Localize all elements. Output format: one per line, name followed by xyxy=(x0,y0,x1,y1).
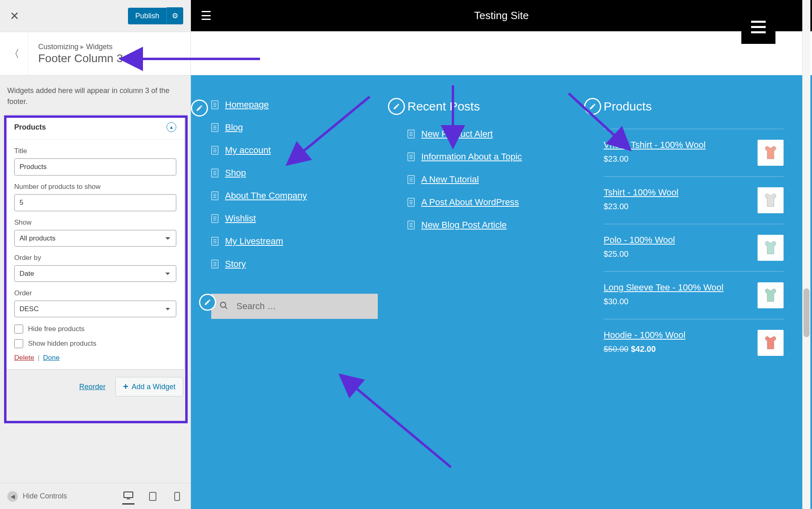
post-link[interactable]: A Post About WordPress xyxy=(421,197,519,208)
nav-link[interactable]: Shop xyxy=(225,168,246,178)
tablet-device-button[interactable] xyxy=(147,488,159,505)
post-link[interactable]: Information About a Topic xyxy=(421,152,522,162)
scrollbar-thumb[interactable] xyxy=(803,288,810,337)
svg-rect-1 xyxy=(127,498,130,499)
back-button[interactable]: 〈 xyxy=(0,32,28,75)
product-item: Tshirt - 100% Wool$23.00 xyxy=(604,176,784,224)
count-input[interactable] xyxy=(14,194,176,211)
product-price: $30.00 xyxy=(604,297,723,306)
delete-link[interactable]: Delete xyxy=(14,354,34,362)
hamburger-icon[interactable]: ☰ xyxy=(201,9,212,23)
document-icon xyxy=(211,214,219,223)
svg-rect-0 xyxy=(124,492,133,498)
breadcrumb: Customizing ▸ Widgets xyxy=(38,42,123,51)
product-thumbnail[interactable] xyxy=(758,235,784,261)
edit-widget-button[interactable] xyxy=(584,98,601,115)
count-label: Number of products to show xyxy=(14,183,176,191)
publish-button[interactable]: Publish xyxy=(128,8,167,24)
document-icon xyxy=(407,221,415,230)
document-icon xyxy=(211,191,219,200)
hide-free-checkbox[interactable] xyxy=(14,325,23,334)
nav-link[interactable]: Blog xyxy=(225,122,243,133)
show-label: Show xyxy=(14,219,176,227)
nav-link[interactable]: My Livestream xyxy=(225,236,283,247)
document-icon xyxy=(211,100,219,109)
order-select[interactable]: DESC xyxy=(14,301,176,317)
publish-settings-button[interactable]: ⚙ xyxy=(167,7,183,24)
widget-header[interactable]: Products ▲ xyxy=(6,115,184,140)
svg-point-4 xyxy=(221,302,226,308)
product-price: $23.00 xyxy=(604,154,706,164)
svg-rect-2 xyxy=(149,492,156,500)
nav-item: Blog xyxy=(211,122,391,133)
nav-link[interactable]: Homepage xyxy=(225,100,269,110)
edit-widget-button[interactable] xyxy=(191,100,208,117)
document-icon xyxy=(407,130,415,139)
widget-title: Recent Posts xyxy=(407,100,480,113)
product-link[interactable]: Polo - 100% Wool xyxy=(604,235,675,245)
product-price: $23.00 xyxy=(604,202,678,211)
menu-icon xyxy=(751,21,766,33)
chevron-right-icon: ▸ xyxy=(80,43,86,51)
nav-link[interactable]: About The Company xyxy=(225,191,307,201)
order-label: Order xyxy=(14,289,176,297)
product-thumbnail[interactable] xyxy=(758,140,784,166)
show-select[interactable]: All products xyxy=(14,230,176,247)
title-label: Title xyxy=(14,147,176,155)
nav-item: Wishlist xyxy=(211,213,391,224)
plus-icon: + xyxy=(123,381,128,392)
title-input[interactable] xyxy=(14,158,176,175)
edit-widget-button[interactable] xyxy=(199,294,216,311)
section-title: Footer Column 3 xyxy=(38,52,123,65)
product-thumbnail[interactable] xyxy=(758,187,784,213)
product-thumbnail[interactable] xyxy=(758,282,784,308)
product-price: $50.00$42.00 xyxy=(604,344,685,354)
product-item: Vneck Tshirt - 100% Wool$23.00 xyxy=(604,129,784,176)
desktop-device-button[interactable] xyxy=(122,488,134,505)
hide-controls-button[interactable]: ◀ Hide Controls xyxy=(7,491,67,502)
breadcrumb-row: 〈 Customizing ▸ Widgets Footer Column 3 xyxy=(0,32,191,76)
post-item: A Post About WordPress xyxy=(407,197,587,208)
show-hidden-checkbox[interactable] xyxy=(14,339,23,348)
site-title: Testing Site xyxy=(474,9,528,22)
collapse-toggle[interactable]: ▲ xyxy=(167,122,176,132)
nav-link[interactable]: Story xyxy=(225,259,246,269)
document-icon xyxy=(211,169,219,178)
mobile-device-button[interactable] xyxy=(171,488,183,505)
edit-widget-button[interactable] xyxy=(388,98,405,115)
nav-link[interactable]: Wishlist xyxy=(225,213,256,224)
done-link[interactable]: Done xyxy=(43,354,60,362)
post-link[interactable]: New Product Alert xyxy=(421,129,493,139)
document-icon xyxy=(211,146,219,155)
post-link[interactable]: A New Tutorial xyxy=(421,174,479,185)
search-input[interactable] xyxy=(211,294,378,319)
product-item: Hoodie - 100% Wool$50.00$42.00 xyxy=(604,319,784,366)
collapse-left-icon: ◀ xyxy=(7,491,18,502)
show-hidden-label: Show hidden products xyxy=(28,340,96,348)
close-panel-button[interactable]: ✕ xyxy=(0,0,28,32)
post-item: A New Tutorial xyxy=(407,174,587,185)
nav-link[interactable]: My account xyxy=(225,145,271,156)
product-link[interactable]: Vneck Tshirt - 100% Wool xyxy=(604,140,706,150)
sidebar-header: ✕ Publish ⚙ xyxy=(0,0,191,32)
document-icon xyxy=(211,123,219,132)
product-thumbnail[interactable] xyxy=(758,330,784,356)
product-link[interactable]: Tshirt - 100% Wool xyxy=(604,187,678,198)
product-item: Polo - 100% Wool$25.00 xyxy=(604,224,784,271)
product-link[interactable]: Long Sleeve Tee - 100% Wool xyxy=(604,282,723,293)
site-topbar: ☰ Testing Site xyxy=(191,0,812,31)
scrollbar[interactable] xyxy=(802,0,810,509)
breadcrumb-section: Widgets xyxy=(86,43,113,51)
add-widget-button[interactable]: + Add a Widget xyxy=(115,377,183,396)
menu-toggle-button[interactable] xyxy=(741,10,775,44)
post-link[interactable]: New Blog Post Article xyxy=(421,220,507,230)
reorder-link[interactable]: Reorder xyxy=(79,383,106,391)
footer-col-3: Products Vneck Tshirt - 100% Wool$23.00T… xyxy=(595,100,792,366)
footer-col-1: HomepageBlogMy accountShopAbout The Comp… xyxy=(203,100,399,366)
product-link[interactable]: Hoodie - 100% Wool xyxy=(604,330,685,340)
document-icon xyxy=(211,260,219,269)
post-item: Information About a Topic xyxy=(407,152,587,162)
orderby-select[interactable]: Date xyxy=(14,265,176,282)
document-icon xyxy=(407,198,415,207)
document-icon xyxy=(211,237,219,246)
